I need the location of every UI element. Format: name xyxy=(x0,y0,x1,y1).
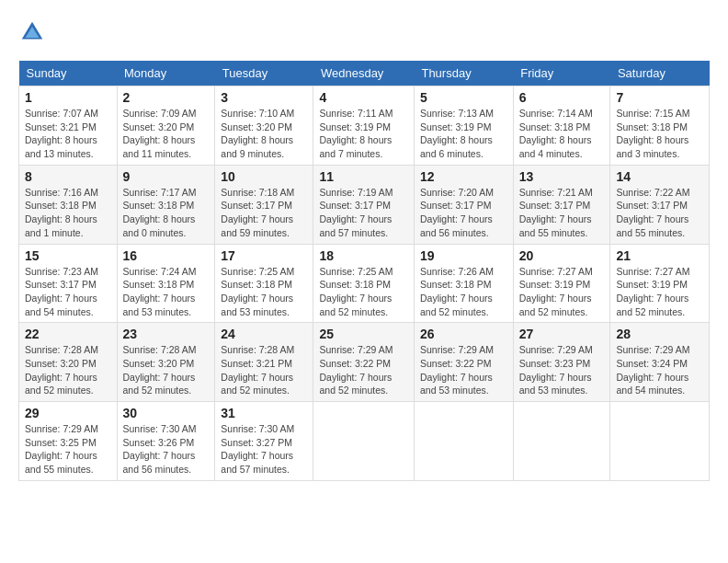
day-number: 14 xyxy=(616,169,703,184)
day-number: 24 xyxy=(221,327,307,341)
calendar-cell: 27 Sunrise: 7:29 AM Sunset: 3:23 PM Dayl… xyxy=(513,323,610,402)
calendar-cell xyxy=(414,402,513,481)
calendar-cell: 14 Sunrise: 7:22 AM Sunset: 3:17 PM Dayl… xyxy=(610,165,710,244)
day-number: 28 xyxy=(616,327,703,341)
calendar-cell: 2 Sunrise: 7:09 AM Sunset: 3:20 PM Dayli… xyxy=(117,86,215,166)
calendar-cell: 12 Sunrise: 7:20 AM Sunset: 3:17 PM Dayl… xyxy=(414,165,513,244)
calendar-cell: 11 Sunrise: 7:19 AM Sunset: 3:17 PM Dayl… xyxy=(313,165,415,244)
day-number: 29 xyxy=(25,406,111,420)
day-info: Sunrise: 7:16 AM Sunset: 3:18 PM Dayligh… xyxy=(25,187,98,238)
day-info: Sunrise: 7:28 AM Sunset: 3:21 PM Dayligh… xyxy=(221,344,294,396)
day-number: 6 xyxy=(519,90,605,105)
day-number: 22 xyxy=(25,327,111,341)
calendar-cell: 4 Sunrise: 7:11 AM Sunset: 3:19 PM Dayli… xyxy=(313,86,415,166)
calendar-cell: 17 Sunrise: 7:25 AM Sunset: 3:18 PM Dayl… xyxy=(215,244,313,323)
header-monday: Monday xyxy=(117,61,215,86)
day-info: Sunrise: 7:11 AM Sunset: 3:19 PM Dayligh… xyxy=(319,108,392,159)
calendar-cell: 29 Sunrise: 7:29 AM Sunset: 3:25 PM Dayl… xyxy=(19,402,118,481)
day-number: 20 xyxy=(519,248,605,263)
day-number: 19 xyxy=(420,248,507,263)
calendar-header-row: SundayMondayTuesdayWednesdayThursdayFrid… xyxy=(19,61,710,86)
calendar-week-2: 8 Sunrise: 7:16 AM Sunset: 3:18 PM Dayli… xyxy=(19,165,710,244)
calendar-cell: 23 Sunrise: 7:28 AM Sunset: 3:20 PM Dayl… xyxy=(117,323,215,402)
calendar-week-1: 1 Sunrise: 7:07 AM Sunset: 3:21 PM Dayli… xyxy=(19,86,710,166)
day-info: Sunrise: 7:13 AM Sunset: 3:19 PM Dayligh… xyxy=(420,108,494,159)
calendar-cell: 24 Sunrise: 7:28 AM Sunset: 3:21 PM Dayl… xyxy=(215,323,313,402)
day-number: 2 xyxy=(123,90,210,105)
day-number: 4 xyxy=(319,90,408,105)
day-info: Sunrise: 7:17 AM Sunset: 3:18 PM Dayligh… xyxy=(123,187,197,238)
day-info: Sunrise: 7:10 AM Sunset: 3:20 PM Dayligh… xyxy=(221,108,294,159)
calendar-cell: 30 Sunrise: 7:30 AM Sunset: 3:26 PM Dayl… xyxy=(117,402,215,481)
day-number: 31 xyxy=(221,406,307,420)
calendar-week-5: 29 Sunrise: 7:29 AM Sunset: 3:25 PM Dayl… xyxy=(19,402,710,481)
calendar-week-3: 15 Sunrise: 7:23 AM Sunset: 3:17 PM Dayl… xyxy=(19,244,710,323)
day-info: Sunrise: 7:26 AM Sunset: 3:18 PM Dayligh… xyxy=(420,266,494,317)
calendar: SundayMondayTuesdayWednesdayThursdayFrid… xyxy=(18,61,710,481)
day-info: Sunrise: 7:20 AM Sunset: 3:17 PM Dayligh… xyxy=(420,187,494,238)
header-saturday: Saturday xyxy=(610,61,710,86)
day-number: 27 xyxy=(519,327,605,341)
calendar-cell: 9 Sunrise: 7:17 AM Sunset: 3:18 PM Dayli… xyxy=(117,165,215,244)
calendar-cell: 28 Sunrise: 7:29 AM Sunset: 3:24 PM Dayl… xyxy=(610,323,710,402)
calendar-cell: 18 Sunrise: 7:25 AM Sunset: 3:18 PM Dayl… xyxy=(313,244,415,323)
header-friday: Friday xyxy=(513,61,610,86)
day-info: Sunrise: 7:09 AM Sunset: 3:20 PM Dayligh… xyxy=(123,108,197,159)
day-info: Sunrise: 7:18 AM Sunset: 3:17 PM Dayligh… xyxy=(221,187,294,238)
header-tuesday: Tuesday xyxy=(215,61,313,86)
calendar-cell: 1 Sunrise: 7:07 AM Sunset: 3:21 PM Dayli… xyxy=(19,86,118,166)
day-info: Sunrise: 7:29 AM Sunset: 3:25 PM Dayligh… xyxy=(25,423,98,475)
calendar-week-4: 22 Sunrise: 7:28 AM Sunset: 3:20 PM Dayl… xyxy=(19,323,710,402)
day-info: Sunrise: 7:25 AM Sunset: 3:18 PM Dayligh… xyxy=(221,266,294,317)
day-info: Sunrise: 7:30 AM Sunset: 3:27 PM Dayligh… xyxy=(221,423,294,475)
calendar-cell: 3 Sunrise: 7:10 AM Sunset: 3:20 PM Dayli… xyxy=(215,86,313,166)
calendar-cell: 10 Sunrise: 7:18 AM Sunset: 3:17 PM Dayl… xyxy=(215,165,313,244)
day-number: 7 xyxy=(616,90,703,105)
header-thursday: Thursday xyxy=(414,61,513,86)
day-number: 18 xyxy=(319,248,408,263)
calendar-cell: 31 Sunrise: 7:30 AM Sunset: 3:27 PM Dayl… xyxy=(215,402,313,481)
day-number: 17 xyxy=(221,248,307,263)
day-number: 21 xyxy=(616,248,703,263)
day-info: Sunrise: 7:29 AM Sunset: 3:22 PM Dayligh… xyxy=(420,344,494,396)
calendar-cell: 13 Sunrise: 7:21 AM Sunset: 3:17 PM Dayl… xyxy=(513,165,610,244)
header-sunday: Sunday xyxy=(19,61,118,86)
calendar-cell: 19 Sunrise: 7:26 AM Sunset: 3:18 PM Dayl… xyxy=(414,244,513,323)
day-number: 8 xyxy=(25,169,111,184)
calendar-cell: 5 Sunrise: 7:13 AM Sunset: 3:19 PM Dayli… xyxy=(414,86,513,166)
day-number: 23 xyxy=(123,327,210,341)
day-info: Sunrise: 7:07 AM Sunset: 3:21 PM Dayligh… xyxy=(25,108,98,159)
day-number: 13 xyxy=(519,169,605,184)
header-wednesday: Wednesday xyxy=(313,61,415,86)
calendar-cell xyxy=(513,402,610,481)
day-info: Sunrise: 7:29 AM Sunset: 3:24 PM Dayligh… xyxy=(616,344,689,396)
logo-icon xyxy=(18,18,46,46)
day-number: 30 xyxy=(123,406,210,420)
day-info: Sunrise: 7:29 AM Sunset: 3:23 PM Dayligh… xyxy=(519,344,593,396)
calendar-cell: 20 Sunrise: 7:27 AM Sunset: 3:19 PM Dayl… xyxy=(513,244,610,323)
day-info: Sunrise: 7:19 AM Sunset: 3:17 PM Dayligh… xyxy=(319,187,392,238)
calendar-cell: 16 Sunrise: 7:24 AM Sunset: 3:18 PM Dayl… xyxy=(117,244,215,323)
calendar-cell xyxy=(610,402,710,481)
logo xyxy=(18,18,50,46)
day-info: Sunrise: 7:30 AM Sunset: 3:26 PM Dayligh… xyxy=(123,423,197,475)
day-info: Sunrise: 7:15 AM Sunset: 3:18 PM Dayligh… xyxy=(616,108,689,159)
day-info: Sunrise: 7:29 AM Sunset: 3:22 PM Dayligh… xyxy=(319,344,392,396)
day-info: Sunrise: 7:28 AM Sunset: 3:20 PM Dayligh… xyxy=(25,344,98,396)
day-number: 15 xyxy=(25,248,111,263)
calendar-cell: 25 Sunrise: 7:29 AM Sunset: 3:22 PM Dayl… xyxy=(313,323,415,402)
day-number: 10 xyxy=(221,169,307,184)
calendar-cell xyxy=(313,402,415,481)
day-number: 25 xyxy=(319,327,408,341)
calendar-cell: 15 Sunrise: 7:23 AM Sunset: 3:17 PM Dayl… xyxy=(19,244,118,323)
day-info: Sunrise: 7:27 AM Sunset: 3:19 PM Dayligh… xyxy=(519,266,593,317)
day-number: 3 xyxy=(221,90,307,105)
calendar-cell: 6 Sunrise: 7:14 AM Sunset: 3:18 PM Dayli… xyxy=(513,86,610,166)
day-info: Sunrise: 7:25 AM Sunset: 3:18 PM Dayligh… xyxy=(319,266,392,317)
day-info: Sunrise: 7:14 AM Sunset: 3:18 PM Dayligh… xyxy=(519,108,593,159)
calendar-cell: 22 Sunrise: 7:28 AM Sunset: 3:20 PM Dayl… xyxy=(19,323,118,402)
day-info: Sunrise: 7:24 AM Sunset: 3:18 PM Dayligh… xyxy=(123,266,197,317)
calendar-cell: 26 Sunrise: 7:29 AM Sunset: 3:22 PM Dayl… xyxy=(414,323,513,402)
day-number: 12 xyxy=(420,169,507,184)
calendar-cell: 8 Sunrise: 7:16 AM Sunset: 3:18 PM Dayli… xyxy=(19,165,118,244)
